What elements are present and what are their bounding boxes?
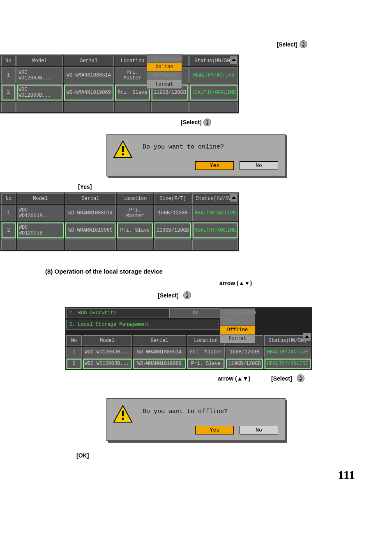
section-8-heading: (8) Operation of the local storage devic…: [45, 268, 392, 275]
svg-point-2: [122, 153, 124, 156]
col-model: Model: [16, 56, 63, 66]
storage-table-1: No Model Serial Location Status(HW/SW) 1…: [0, 54, 239, 114]
col-no: No: [1, 56, 16, 66]
col-size: Size(F/T): [154, 193, 192, 204]
menu-item-initialize[interactable]: Initialize: [220, 309, 255, 317]
cfg-hdd-overwrite[interactable]: 2. HDD Overwrite: [66, 308, 170, 318]
col-model: Model: [83, 335, 132, 346]
storage-table-2: No Model Serial Location Size(F/T) Statu…: [0, 192, 239, 251]
table-row-selected[interactable]: 2 WDC WD1200JB... WD-WMANN1019069 Pri. S…: [1, 222, 238, 239]
yes-button[interactable]: Yes: [195, 426, 234, 434]
table-row-selected[interactable]: 2 WDC WD1200JB... WD-WMANN1019069 Pri. S…: [1, 84, 238, 101]
col-no: No: [1, 193, 16, 204]
select-rotary-icon[interactable]: [297, 374, 304, 382]
storage-table-3: 2. HDD Overwrite On 3. Local Storage Man…: [65, 307, 312, 370]
svg-rect-4: [122, 411, 124, 416]
ok-label: [OK]: [76, 452, 89, 459]
col-model: Model: [17, 193, 64, 204]
confirm-offline-dialog: Do you want to offline? Yes No: [106, 398, 286, 441]
menu-item-initialize[interactable]: Initialize: [147, 54, 182, 63]
col-location: Location: [117, 193, 153, 204]
arrow-label: arrow (▲▼): [218, 375, 250, 382]
col-serial: Serial: [65, 193, 116, 204]
page-number: 111: [338, 468, 355, 482]
yes-button[interactable]: Yes: [195, 161, 234, 170]
yes-label: [Yes]: [78, 183, 92, 190]
table-row-selected[interactable]: 2 WDC WD1200JB... WD-WMANN1019069 Pri. S…: [66, 358, 311, 369]
select-rotary-icon[interactable]: [203, 118, 211, 126]
select-label: [Select]: [181, 119, 202, 125]
col-serial: Serial: [64, 56, 114, 66]
confirm-message: Do you want to online?: [143, 144, 278, 151]
col-no: No: [66, 335, 82, 346]
action-popup-menu: Initialize Online Offline Format: [220, 308, 255, 344]
select-rotary-icon[interactable]: [183, 291, 191, 299]
warning-icon: [113, 405, 133, 423]
select-label: [Select]: [271, 375, 292, 382]
select-label: [Select]: [158, 292, 179, 299]
menu-item-online[interactable]: Online: [147, 63, 182, 72]
col-serial: Serial: [133, 335, 186, 346]
svg-point-5: [122, 418, 124, 420]
scroll-up-icon[interactable]: [230, 194, 238, 202]
confirm-message: Do you want to offline?: [143, 408, 278, 415]
menu-item-format[interactable]: Format: [220, 334, 255, 343]
col-location: Location: [115, 56, 150, 66]
menu-item-offline[interactable]: Offline: [147, 72, 182, 80]
col-location: Location: [187, 335, 225, 346]
action-popup-menu: Initialize Online Offline Format: [147, 54, 182, 89]
menu-item-format[interactable]: Format: [147, 80, 182, 89]
scroll-up-icon[interactable]: [230, 56, 238, 64]
select-label: [Select]: [277, 41, 297, 48]
svg-rect-1: [122, 146, 124, 152]
confirm-online-dialog: Do you want to online? Yes No: [106, 134, 286, 176]
table-row[interactable]: 1 WDC WD1200JB... WD-WMANN1088514 Pri. M…: [66, 347, 311, 358]
table-row[interactable]: 1 WDC WD1200JB... WD-WMANN1088514 Pri. M…: [1, 67, 238, 84]
menu-item-offline[interactable]: Offline: [220, 326, 255, 334]
cfg-local-storage-mgmt[interactable]: 3. Local Storage Management: [66, 320, 219, 330]
arrow-label: arrow (▲▼): [219, 280, 252, 286]
scroll-up-icon[interactable]: [303, 333, 311, 341]
table-row[interactable]: 1 WDC WD1200JB... WD-WMANN1088514 Pri. M…: [1, 205, 238, 221]
select-rotary-icon[interactable]: [300, 40, 307, 48]
no-button[interactable]: No: [240, 161, 278, 170]
warning-icon: [113, 140, 133, 158]
no-button[interactable]: No: [240, 426, 278, 434]
menu-item-online[interactable]: Online: [220, 317, 255, 326]
cfg-hdd-overwrite-value[interactable]: On: [171, 308, 221, 318]
